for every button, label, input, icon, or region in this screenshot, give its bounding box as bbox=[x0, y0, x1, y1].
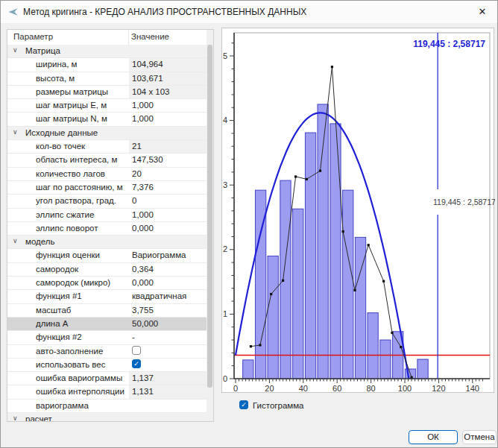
chevron-down-icon[interactable]: ∨ bbox=[13, 237, 18, 244]
table-row[interactable]: область интереса, м147,530 bbox=[7, 154, 207, 167]
param-value[interactable]: Вариограмма bbox=[129, 249, 207, 262]
param-value[interactable]: 0,364 bbox=[129, 263, 207, 276]
param-value[interactable]: 0 bbox=[129, 195, 207, 207]
table-row[interactable]: самородок (микро)0,000 bbox=[7, 277, 207, 290]
window-title: Метод кригинга - КРЕДО АНАЛИЗ ПРОСТРАНСТ… bbox=[23, 7, 306, 17]
param-label: самородок bbox=[36, 263, 127, 276]
param-value[interactable] bbox=[129, 400, 207, 412]
histogram-legend: ✓Гистограмма bbox=[239, 401, 303, 413]
x-tick-label: 60 bbox=[332, 384, 341, 393]
table-row[interactable]: размеры матрицы104 x 103 bbox=[7, 86, 207, 99]
param-value[interactable]: 1,000 bbox=[129, 99, 207, 112]
histogram-bar bbox=[330, 124, 341, 379]
param-value[interactable]: 104,964 bbox=[129, 58, 207, 71]
param-value[interactable]: 50,000 bbox=[129, 318, 207, 330]
table-row[interactable]: длина A50,000 bbox=[7, 318, 207, 331]
chevron-down-icon[interactable]: ∨ bbox=[13, 46, 18, 54]
table-row[interactable]: ошибка интерполяции1,131 bbox=[7, 385, 207, 399]
cursor-readout-mid: 119,445 : 2,58717 bbox=[433, 198, 495, 206]
scrollbar-thumb[interactable] bbox=[207, 45, 212, 388]
param-value[interactable]: 104 x 103 bbox=[129, 86, 207, 98]
param-label: вариограмма bbox=[36, 400, 127, 412]
table-row[interactable]: вариограмма bbox=[7, 400, 207, 413]
table-row[interactable]: кол-во точек21 bbox=[7, 140, 207, 154]
table-row[interactable]: функция #2- bbox=[7, 331, 207, 344]
table-row[interactable]: эллипс поворот0,000 bbox=[7, 222, 207, 236]
table-row[interactable]: эллипс сжатие1,000 bbox=[7, 209, 207, 222]
param-label: высота, м bbox=[36, 72, 127, 85]
param-value[interactable]: 1,000 bbox=[129, 209, 207, 221]
table-row[interactable]: шаг матрицы E, м1,000 bbox=[7, 99, 207, 113]
table-row[interactable]: масштаб3,755 bbox=[7, 304, 207, 318]
data-point bbox=[270, 293, 272, 295]
param-label: авто-заполнение bbox=[36, 345, 127, 358]
param-label: длина A bbox=[36, 318, 127, 330]
table-row[interactable]: ширина, м104,964 bbox=[7, 58, 207, 72]
table-row[interactable]: ∨модель bbox=[7, 236, 207, 249]
param-value[interactable]: 1,137 bbox=[129, 372, 207, 385]
param-value[interactable]: 1,131 bbox=[129, 385, 207, 398]
table-row[interactable]: ∨Исходные данные bbox=[7, 127, 207, 140]
table-row[interactable]: угол раствора, град.0 bbox=[7, 195, 207, 208]
table-row[interactable]: ошибка вариограммы1,137 bbox=[7, 372, 207, 385]
param-label: шаг по расстоянию, м bbox=[36, 181, 127, 194]
table-row[interactable]: авто-заполнение bbox=[7, 345, 207, 359]
histogram-checkbox[interactable]: ✓ bbox=[239, 400, 248, 409]
param-label: расчет bbox=[25, 413, 127, 422]
y-tick-label: 2 bbox=[223, 244, 227, 253]
table-row[interactable]: количество лагов20 bbox=[7, 168, 207, 181]
param-value[interactable]: 3,755 bbox=[129, 304, 207, 317]
param-value[interactable]: - bbox=[129, 331, 207, 344]
chevron-down-icon[interactable]: ∨ bbox=[13, 414, 18, 422]
histogram-bar bbox=[305, 133, 315, 379]
param-value[interactable]: 0,000 bbox=[129, 222, 207, 235]
histogram-bar bbox=[243, 360, 253, 379]
x-tick-label: 20 bbox=[265, 384, 274, 393]
param-value[interactable]: 21 bbox=[129, 140, 207, 153]
checkbox[interactable] bbox=[132, 346, 141, 355]
table-row[interactable]: функция оценкиВариограмма bbox=[7, 249, 207, 262]
table-row[interactable]: шаг матрицы N, м1,000 bbox=[7, 113, 207, 126]
table-row[interactable]: высота, м103,671 bbox=[7, 72, 207, 86]
param-label: шаг матрицы N, м bbox=[36, 113, 127, 125]
parameter-table: Параметр Значение ∨Матрицаширина, м104,9… bbox=[7, 29, 214, 422]
table-row[interactable]: ∨Матрица bbox=[7, 45, 207, 58]
checkbox[interactable]: ✓ bbox=[132, 359, 141, 368]
param-value[interactable]: 0,000 bbox=[129, 277, 207, 289]
param-checkbox-cell[interactable]: ✓ bbox=[129, 359, 207, 371]
chevron-down-icon[interactable]: ∨ bbox=[13, 128, 18, 136]
param-label: угол раствора, град. bbox=[36, 195, 127, 207]
table-row[interactable]: функция #1квадратичная bbox=[7, 290, 207, 303]
x-tick-label: 0 bbox=[233, 384, 238, 393]
param-value[interactable]: квадратичная bbox=[129, 290, 207, 303]
table-scrollbar[interactable] bbox=[207, 30, 213, 421]
param-value[interactable]: 7,376 bbox=[129, 181, 207, 194]
param-value[interactable]: 103,671 bbox=[129, 72, 207, 85]
param-value[interactable]: 147,530 bbox=[129, 154, 207, 166]
param-label: Исходные данные bbox=[25, 127, 127, 139]
ok-button[interactable]: ОК bbox=[409, 430, 458, 444]
param-label: шаг матрицы E, м bbox=[36, 99, 127, 112]
close-button[interactable]: ✕ bbox=[467, 1, 497, 23]
table-row[interactable]: ∨расчет bbox=[7, 413, 207, 422]
column-header-value: Значение bbox=[131, 32, 169, 41]
y-tick-label: 1 bbox=[223, 309, 227, 318]
table-row[interactable]: самородок0,364 bbox=[7, 263, 207, 277]
titlebar: Метод кригинга - КРЕДО АНАЛИЗ ПРОСТРАНСТ… bbox=[1, 1, 497, 23]
data-point bbox=[353, 289, 356, 291]
variogram-chart[interactable]: 020406080100120140012345119,445 : 2,5871… bbox=[222, 28, 495, 394]
table-row[interactable]: шаг по расстоянию, м7,376 bbox=[7, 181, 207, 195]
param-value[interactable]: 1,000 bbox=[129, 113, 207, 125]
param-value[interactable]: 20 bbox=[129, 168, 207, 180]
param-checkbox-cell[interactable] bbox=[129, 345, 207, 358]
y-tick-label: 3 bbox=[223, 180, 227, 189]
y-tick-label: 0 bbox=[223, 374, 227, 383]
param-label: самородок (микро) bbox=[36, 277, 127, 289]
column-header-parameter: Параметр bbox=[13, 32, 53, 41]
param-label: кол-во точек bbox=[36, 140, 127, 153]
param-label: функция #1 bbox=[36, 290, 127, 303]
data-point bbox=[250, 345, 252, 347]
cancel-button[interactable]: Отмена bbox=[462, 430, 497, 444]
param-value bbox=[129, 127, 207, 139]
table-row[interactable]: использовать вес✓ bbox=[7, 359, 207, 372]
